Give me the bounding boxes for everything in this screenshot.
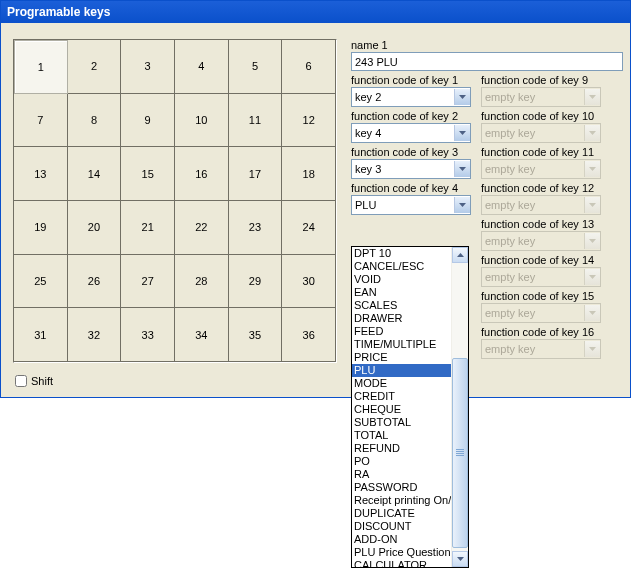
key-button-7[interactable]: 7 — [14, 94, 68, 148]
dropdown-option[interactable]: SUBTOTAL — [352, 416, 451, 429]
dropdown-option[interactable]: DRAWER — [352, 312, 451, 325]
key-button-5[interactable]: 5 — [229, 40, 283, 94]
key-button-21[interactable]: 21 — [121, 201, 175, 255]
dropdown-option[interactable]: CREDIT — [352, 390, 451, 403]
key-button-33[interactable]: 33 — [121, 308, 175, 362]
function-code-label: function code of key 4 — [351, 182, 471, 194]
dropdown-option[interactable]: PASSWORD — [352, 481, 451, 494]
dropdown-option[interactable]: PLU Price Question — [352, 546, 451, 559]
dropdown-scrollbar[interactable] — [451, 247, 468, 567]
key-button-20[interactable]: 20 — [68, 201, 122, 255]
function-code-select[interactable]: key 2 — [351, 87, 471, 107]
shift-checkbox[interactable] — [15, 375, 27, 387]
scroll-down-button[interactable] — [452, 551, 468, 567]
chevron-down-icon — [584, 269, 600, 285]
shift-label: Shift — [31, 375, 53, 387]
function-code-select[interactable]: PLU — [351, 195, 471, 215]
key-button-18[interactable]: 18 — [282, 147, 336, 201]
dropdown-option[interactable]: DPT 10 — [352, 247, 451, 260]
key-button-32[interactable]: 32 — [68, 308, 122, 362]
key-button-31[interactable]: 31 — [14, 308, 68, 362]
dropdown-option[interactable]: PO — [352, 455, 451, 468]
key-button-36[interactable]: 36 — [282, 308, 336, 362]
key-grid-panel: 1234567891011121314151617181920212223242… — [13, 39, 337, 363]
window-title: Programable keys — [7, 5, 110, 19]
key-button-25[interactable]: 25 — [14, 255, 68, 309]
key-button-3[interactable]: 3 — [121, 40, 175, 94]
key-button-15[interactable]: 15 — [121, 147, 175, 201]
dropdown-option[interactable]: PLU — [352, 364, 451, 377]
dropdown-option[interactable]: RA — [352, 468, 451, 481]
chevron-down-icon — [454, 161, 470, 177]
scroll-up-button[interactable] — [452, 247, 468, 263]
dropdown-option[interactable]: TOTAL — [352, 429, 451, 442]
chevron-down-icon — [584, 125, 600, 141]
key-button-2[interactable]: 2 — [68, 40, 122, 94]
key-button-28[interactable]: 28 — [175, 255, 229, 309]
key-button-6[interactable]: 6 — [282, 40, 336, 94]
function-code-select[interactable]: key 4 — [351, 123, 471, 143]
dropdown-option[interactable]: MODE — [352, 377, 451, 390]
chevron-down-icon — [584, 161, 600, 177]
dropdown-option[interactable]: EAN — [352, 286, 451, 299]
dropdown-option[interactable]: SCALES — [352, 299, 451, 312]
shift-checkbox-row[interactable]: Shift — [15, 375, 53, 387]
chevron-down-icon — [584, 89, 600, 105]
key-button-23[interactable]: 23 — [229, 201, 283, 255]
function-code-select: empty key — [481, 159, 601, 179]
dropdown-option[interactable]: VOID — [352, 273, 451, 286]
name-input[interactable] — [351, 52, 623, 71]
dropdown-option[interactable]: CANCEL/ESC — [352, 260, 451, 273]
function-code-label: function code of key 9 — [481, 74, 601, 86]
key-button-11[interactable]: 11 — [229, 94, 283, 148]
key-button-27[interactable]: 27 — [121, 255, 175, 309]
function-code-select: empty key — [481, 339, 601, 359]
dropdown-option[interactable]: DISCOUNT — [352, 520, 451, 533]
function-code-dropdown-list[interactable]: DPT 10CANCEL/ESCVOIDEANSCALESDRAWERFEEDT… — [351, 246, 469, 568]
function-code-select: empty key — [481, 267, 601, 287]
dropdown-option[interactable]: CALCULATOR — [352, 559, 451, 567]
key-button-1[interactable]: 1 — [14, 40, 68, 94]
dropdown-option[interactable]: DUPLICATE — [352, 507, 451, 520]
key-button-16[interactable]: 16 — [175, 147, 229, 201]
dropdown-option[interactable]: CHEQUE — [352, 403, 451, 416]
chevron-down-icon — [584, 341, 600, 357]
dropdown-option[interactable]: FEED — [352, 325, 451, 338]
dropdown-option[interactable]: PRICE — [352, 351, 451, 364]
function-code-select: empty key — [481, 231, 601, 251]
key-button-4[interactable]: 4 — [175, 40, 229, 94]
function-code-label: function code of key 1 — [351, 74, 471, 86]
key-button-30[interactable]: 30 — [282, 255, 336, 309]
key-button-17[interactable]: 17 — [229, 147, 283, 201]
key-button-13[interactable]: 13 — [14, 147, 68, 201]
key-button-24[interactable]: 24 — [282, 201, 336, 255]
dropdown-option[interactable]: ADD-ON — [352, 533, 451, 546]
title-bar: Programable keys — [1, 1, 630, 23]
key-button-9[interactable]: 9 — [121, 94, 175, 148]
function-code-select: empty key — [481, 303, 601, 323]
function-code-label: function code of key 10 — [481, 110, 601, 122]
function-code-label: function code of key 16 — [481, 326, 601, 338]
scroll-thumb[interactable] — [452, 358, 468, 548]
key-button-19[interactable]: 19 — [14, 201, 68, 255]
function-code-label: function code of key 13 — [481, 218, 601, 230]
key-button-10[interactable]: 10 — [175, 94, 229, 148]
window-frame: Programable keys 12345678910111213141516… — [0, 0, 631, 398]
key-button-8[interactable]: 8 — [68, 94, 122, 148]
key-button-26[interactable]: 26 — [68, 255, 122, 309]
key-button-12[interactable]: 12 — [282, 94, 336, 148]
chevron-down-icon — [584, 305, 600, 321]
function-code-label: function code of key 2 — [351, 110, 471, 122]
function-code-select: empty key — [481, 87, 601, 107]
key-button-14[interactable]: 14 — [68, 147, 122, 201]
function-code-select[interactable]: key 3 — [351, 159, 471, 179]
key-button-35[interactable]: 35 — [229, 308, 283, 362]
dropdown-option[interactable]: TIME/MULTIPLE — [352, 338, 451, 351]
key-button-34[interactable]: 34 — [175, 308, 229, 362]
function-code-label: function code of key 3 — [351, 146, 471, 158]
key-button-29[interactable]: 29 — [229, 255, 283, 309]
key-button-22[interactable]: 22 — [175, 201, 229, 255]
chevron-down-icon — [584, 197, 600, 213]
dropdown-option[interactable]: Receipt printing On/Off — [352, 494, 451, 507]
dropdown-option[interactable]: REFUND — [352, 442, 451, 455]
